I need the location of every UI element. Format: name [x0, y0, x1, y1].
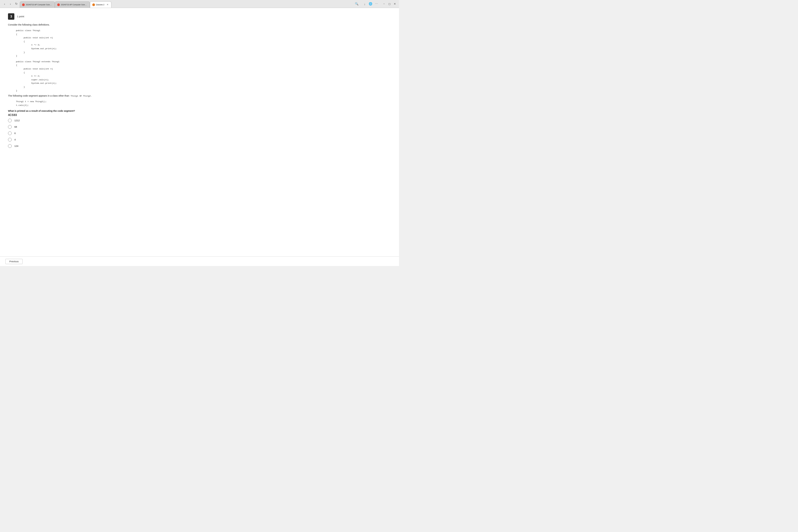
option-C-label: 6 [14, 132, 16, 135]
option-D[interactable]: 4 [8, 138, 391, 141]
download-button[interactable]: ↓ [362, 2, 367, 6]
option-A[interactable]: 1212 [8, 119, 391, 122]
option-A-label: 1212 [14, 119, 20, 122]
main-content: 3 1 point Consider the following class d… [0, 8, 399, 256]
options-list: 1212 68 6 4 124 [8, 119, 391, 148]
tab-2[interactable]: 20240710 AP Computer Science [55, 1, 90, 8]
tab-3[interactable]: Quizzes 2 ✕ [90, 1, 111, 8]
refresh-button[interactable]: ↻ [14, 2, 19, 6]
close-window-button[interactable]: ✕ [393, 2, 397, 6]
minimize-button[interactable]: − [382, 2, 386, 6]
window-controls: − ◻ ✕ [382, 2, 397, 6]
browser-chrome: ‹ › ↻ 20240710 AP Computer Science 20240… [0, 0, 399, 8]
radio-E[interactable] [8, 144, 12, 148]
tab3-title: Quizzes 2 [96, 4, 104, 5]
question-intro: Consider the following class definitions… [8, 23, 391, 26]
footer-bar: Previous [0, 256, 399, 266]
context-sentence: The following code segment appears in a … [8, 94, 391, 97]
tab2-title: 20240710 AP Computer Science [61, 4, 88, 5]
search-bar: 🔍 [354, 2, 359, 6]
search-button[interactable]: 🔍 [354, 2, 359, 6]
translate-button[interactable]: 🌐 [368, 2, 373, 6]
tab3-close-button[interactable]: ✕ [106, 3, 109, 6]
context-code1: Thing1 [71, 95, 78, 97]
option-C[interactable]: 6 [8, 131, 391, 135]
radio-B[interactable] [8, 125, 12, 129]
radio-D[interactable] [8, 138, 12, 141]
tab1-title: 20240710 AP Computer Science [26, 4, 52, 5]
radio-C[interactable] [8, 131, 12, 135]
more-button[interactable]: ⋯ [374, 2, 379, 6]
context-text-before: The following code segment appears in a … [8, 94, 69, 97]
option-B-label: 68 [14, 126, 17, 128]
question-header: 3 1 point [8, 13, 391, 20]
context-code2: Thing2. [83, 95, 92, 97]
tab-1[interactable]: 20240710 AP Computer Science [20, 1, 55, 8]
back-button[interactable]: ‹ [2, 2, 7, 6]
browser-actions: ↓ 🌐 ⋯ [362, 2, 379, 6]
tabs-container: 20240710 AP Computer Science 20240710 AP… [20, 0, 353, 8]
tab3-icon [92, 3, 95, 6]
code-segment: Thing1 t = new Thing2(); t.calc(2); [16, 100, 391, 107]
option-E-label: 124 [14, 145, 18, 147]
points-label: 1 point [17, 15, 24, 18]
question-number-badge: 3 [8, 13, 14, 20]
radio-A[interactable] [8, 119, 12, 122]
forward-button[interactable]: › [8, 2, 13, 6]
option-E[interactable]: 124 [8, 144, 391, 148]
question-text: What is printed as a result of executing… [8, 110, 391, 112]
context-or: or [79, 94, 82, 97]
option-B[interactable]: 68 [8, 125, 391, 129]
tab1-icon [22, 3, 25, 6]
option-D-label: 4 [14, 138, 16, 141]
previous-button[interactable]: Previous [5, 259, 23, 264]
tab2-icon [57, 3, 60, 6]
code-block-1: public class Thing1 { public void calc(i… [16, 29, 391, 58]
answer-id: 4CS93 [8, 113, 391, 116]
code-block-2: public class Thing2 extends Thing1 { pub… [16, 60, 391, 92]
maximize-button[interactable]: ◻ [387, 2, 392, 6]
